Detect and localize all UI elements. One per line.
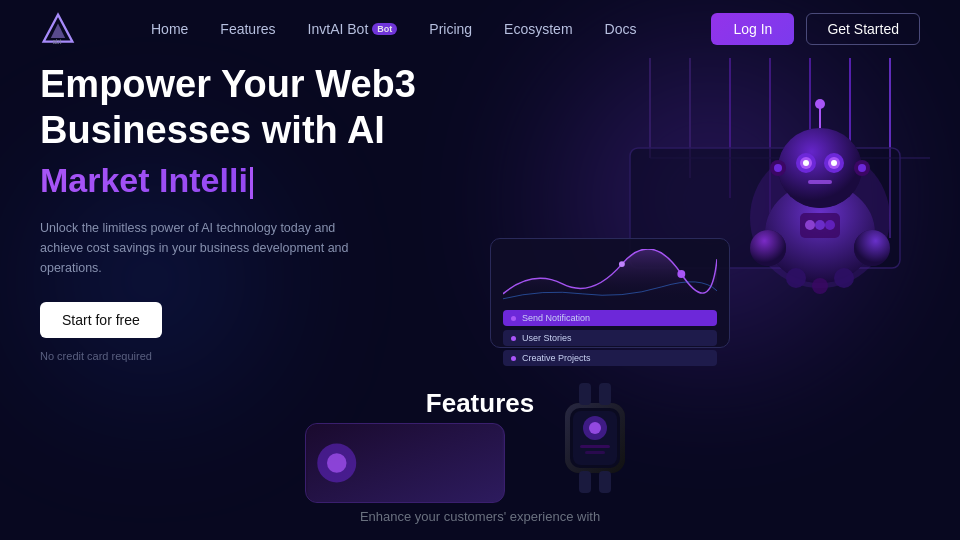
nav-item-features[interactable]: Features bbox=[220, 20, 275, 38]
svg-point-41 bbox=[834, 268, 854, 288]
svg-point-23 bbox=[831, 160, 837, 166]
notif-item-3: Creative Projects bbox=[503, 350, 717, 366]
svg-point-32 bbox=[805, 220, 815, 230]
svg-point-28 bbox=[858, 164, 866, 172]
hero-visuals: Send Notification User Stories Creative … bbox=[520, 58, 920, 368]
bot-badge: Bot bbox=[372, 23, 397, 35]
feature-card-1 bbox=[305, 423, 505, 503]
svg-point-43 bbox=[619, 261, 625, 267]
hero-title: Empower Your Web3 Businesses with AI bbox=[40, 62, 520, 153]
svg-point-40 bbox=[812, 278, 828, 294]
notif-item-1: Send Notification bbox=[503, 310, 717, 326]
nav-item-docs[interactable]: Docs bbox=[605, 20, 637, 38]
start-free-button[interactable]: Start for free bbox=[40, 302, 162, 338]
no-credit-text: No credit card required bbox=[40, 350, 152, 362]
typing-cursor bbox=[250, 167, 253, 199]
dashboard-preview-card: Send Notification User Stories Creative … bbox=[490, 238, 730, 348]
login-button[interactable]: Log In bbox=[711, 13, 794, 45]
hero-typed-text: Market Intelli bbox=[40, 161, 520, 200]
nav-item-home[interactable]: Home bbox=[151, 20, 188, 38]
svg-rect-58 bbox=[585, 451, 605, 454]
svg-point-20 bbox=[803, 160, 809, 166]
svg-rect-54 bbox=[599, 471, 611, 493]
svg-point-56 bbox=[589, 422, 601, 434]
notif-item-2: User Stories bbox=[503, 330, 717, 346]
nav-item-invtai-bot[interactable]: InvtAI Bot Bot bbox=[308, 21, 398, 37]
svg-rect-51 bbox=[579, 383, 591, 405]
chart-area bbox=[503, 249, 717, 304]
svg-point-34 bbox=[825, 220, 835, 230]
svg-rect-52 bbox=[599, 383, 611, 405]
svg-rect-57 bbox=[580, 445, 610, 448]
nav-item-pricing[interactable]: Pricing bbox=[429, 20, 472, 38]
logo-icon: abt bbox=[40, 11, 76, 47]
svg-point-26 bbox=[774, 164, 782, 172]
svg-point-42 bbox=[677, 270, 685, 278]
features-section: Features bbox=[0, 368, 960, 534]
nav-item-ecosystem[interactable]: Ecosystem bbox=[504, 20, 572, 38]
navbar: abt Home Features InvtAI Bot Bot Pricing… bbox=[0, 0, 960, 58]
nav-actions: Log In Get Started bbox=[711, 13, 920, 45]
notification-list: Send Notification User Stories Creative … bbox=[503, 310, 717, 366]
features-subtitle: Enhance your customers' experience with bbox=[0, 509, 960, 524]
get-started-button[interactable]: Get Started bbox=[806, 13, 920, 45]
logo[interactable]: abt bbox=[40, 11, 76, 47]
svg-rect-53 bbox=[579, 471, 591, 493]
robot-character bbox=[720, 58, 920, 318]
features-title: Features bbox=[0, 388, 960, 419]
svg-point-30 bbox=[815, 99, 825, 109]
svg-text:abt: abt bbox=[53, 38, 62, 45]
feature-preview-row bbox=[0, 423, 960, 503]
svg-point-17 bbox=[778, 128, 862, 208]
svg-point-36 bbox=[750, 230, 786, 266]
hero-description: Unlock the limitless power of AI technol… bbox=[40, 218, 360, 278]
watch-device bbox=[535, 373, 655, 503]
svg-point-39 bbox=[786, 268, 806, 288]
nav-links: Home Features InvtAI Bot Bot Pricing Eco… bbox=[151, 20, 636, 38]
svg-point-33 bbox=[815, 220, 825, 230]
svg-point-46 bbox=[327, 453, 347, 473]
hero-section: Empower Your Web3 Businesses with AI Mar… bbox=[0, 58, 960, 368]
svg-rect-24 bbox=[808, 180, 832, 184]
hero-content: Empower Your Web3 Businesses with AI Mar… bbox=[40, 62, 520, 364]
svg-point-38 bbox=[854, 230, 890, 266]
